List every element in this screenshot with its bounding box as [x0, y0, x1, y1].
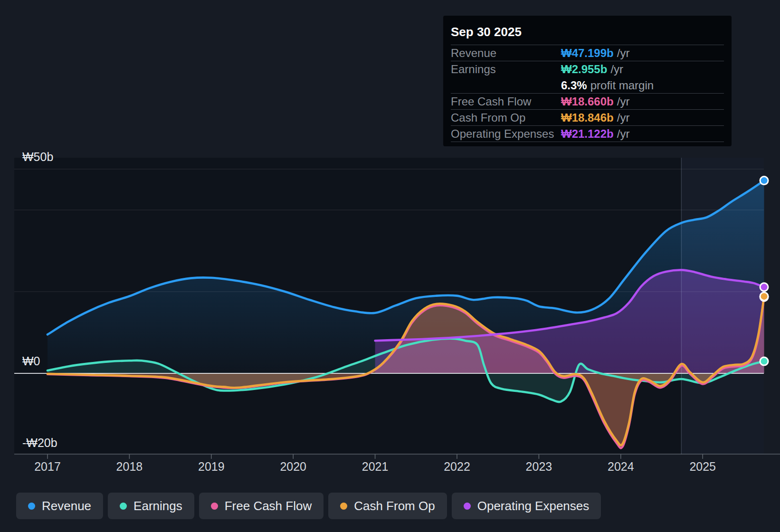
- chart-tooltip: Sep 30 2025 Revenue ₩47.199b /yr Earning…: [443, 16, 732, 146]
- x-tick-label: 2021: [362, 460, 389, 473]
- tooltip-row-cash-from-op: Cash From Op ₩18.846b /yr: [451, 110, 724, 126]
- tooltip-value: ₩18.846b: [561, 111, 614, 124]
- x-tick-label: 2020: [280, 460, 306, 473]
- legend-label: Cash From Op: [354, 499, 435, 513]
- chart-legend: Revenue Earnings Free Cash Flow Cash Fro…: [16, 493, 601, 519]
- y-tick-label: ₩50b: [22, 150, 53, 163]
- cash-from-op-swatch-icon: [340, 503, 347, 510]
- legend-item-earnings[interactable]: Earnings: [108, 493, 194, 519]
- tooltip-label: Earnings: [451, 63, 561, 76]
- x-tick-label: 2023: [526, 460, 552, 473]
- tooltip-row-earnings: Earnings ₩2.955b /yr: [451, 61, 724, 77]
- x-tick-label: 2025: [689, 460, 716, 473]
- profit-margin-value: 6.3%: [561, 79, 587, 92]
- tooltip-value: ₩2.955b: [561, 63, 607, 76]
- tooltip-date: Sep 30 2025: [451, 22, 724, 45]
- x-axis-labels: 201720182019202020212022202320242025: [34, 454, 716, 473]
- tooltip-unit: /yr: [610, 63, 623, 76]
- tooltip-row-operating-expenses: Operating Expenses ₩21.122b /yr: [451, 126, 724, 142]
- cash_from_op-endpoint-dot: [760, 292, 768, 300]
- legend-item-free-cash-flow[interactable]: Free Cash Flow: [199, 493, 324, 519]
- profit-margin-text: profit margin: [590, 79, 654, 92]
- tooltip-value: ₩47.199b: [561, 47, 614, 60]
- y-tick-label: ₩0: [22, 354, 40, 368]
- legend-label: Free Cash Flow: [225, 499, 312, 513]
- tooltip-row-profit-margin: 6.3% profit margin: [451, 77, 724, 94]
- x-tick-label: 2018: [116, 460, 143, 473]
- tooltip-label: Operating Expenses: [451, 127, 561, 141]
- legend-label: Earnings: [133, 499, 182, 513]
- tooltip-value: ₩21.122b: [561, 127, 614, 141]
- tooltip-label: Free Cash Flow: [451, 95, 561, 108]
- tooltip-value: ₩18.660b: [561, 95, 614, 108]
- tooltip-row-revenue: Revenue ₩47.199b /yr: [451, 45, 724, 61]
- revenue-swatch-icon: [28, 503, 35, 510]
- financial-history-page: { "tooltip": { "date": "Sep 30 2025", "r…: [0, 0, 780, 532]
- earnings-swatch-icon: [120, 503, 127, 510]
- legend-item-revenue[interactable]: Revenue: [16, 493, 103, 519]
- tooltip-label: Cash From Op: [451, 111, 561, 124]
- tooltip-unit: /yr: [617, 111, 630, 124]
- legend-label: Operating Expenses: [477, 499, 590, 513]
- earnings-endpoint-dot: [760, 357, 768, 365]
- x-tick-label: 2017: [34, 460, 61, 473]
- x-tick-label: 2024: [608, 460, 634, 473]
- legend-label: Revenue: [42, 499, 91, 513]
- operating-expenses-swatch-icon: [464, 503, 471, 510]
- revenue-endpoint-dot: [760, 177, 768, 185]
- tooltip-unit: /yr: [617, 47, 630, 60]
- x-tick-label: 2022: [444, 460, 470, 473]
- tooltip-label: Revenue: [451, 47, 561, 60]
- tooltip-unit: /yr: [617, 127, 630, 141]
- x-tick-label: 2019: [198, 460, 225, 473]
- free-cash-flow-swatch-icon: [211, 503, 218, 510]
- tooltip-unit: /yr: [617, 95, 630, 108]
- operating_expenses-endpoint-dot: [760, 283, 768, 291]
- legend-item-operating-expenses[interactable]: Operating Expenses: [452, 493, 601, 519]
- y-tick-label: -₩20b: [22, 436, 57, 449]
- tooltip-row-free-cash-flow: Free Cash Flow ₩18.660b /yr: [451, 94, 724, 110]
- legend-item-cash-from-op[interactable]: Cash From Op: [328, 493, 447, 519]
